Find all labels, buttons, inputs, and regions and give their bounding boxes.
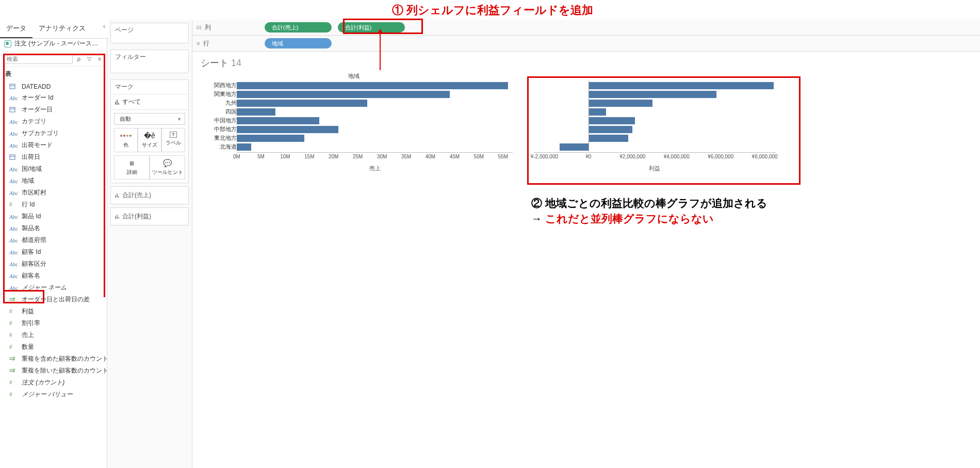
field-割引率[interactable]: #割引率 bbox=[0, 317, 107, 329]
row-pill-region[interactable]: 地域 bbox=[265, 38, 332, 49]
bar[interactable] bbox=[237, 116, 513, 125]
field-オーダー日[interactable]: オーダー日 bbox=[0, 104, 107, 116]
chart-profit[interactable]: ¥-2,000,000¥0¥2,000,000¥4,000,000¥6,000,… bbox=[533, 81, 776, 172]
field-label: 製品 Id bbox=[22, 212, 41, 221]
sheet-title[interactable]: シート 14 bbox=[192, 52, 980, 71]
field-都道府県[interactable]: Abc都道府県 bbox=[0, 234, 107, 246]
rows-icon: ≡ bbox=[197, 40, 200, 46]
mark-color-label: 色 bbox=[123, 141, 128, 149]
field-顧客区分[interactable]: Abc顧客区分 bbox=[0, 258, 107, 270]
mark-label-button[interactable]: T ラベル bbox=[161, 128, 185, 152]
columns-icon: iii bbox=[197, 24, 202, 30]
bar[interactable] bbox=[533, 81, 776, 90]
mark-detail-label: 詳細 bbox=[127, 169, 137, 176]
field-地域[interactable]: Abc地域 bbox=[0, 175, 107, 187]
bar[interactable] bbox=[533, 90, 776, 99]
tab-data[interactable]: データ bbox=[0, 20, 32, 38]
sheet-title-number: 14 bbox=[231, 58, 241, 68]
bar[interactable] bbox=[533, 99, 776, 107]
field-DATEADD[interactable]: DATEADD bbox=[0, 82, 107, 92]
zero-line bbox=[589, 81, 589, 151]
x-axis-title-sales: 売上 bbox=[237, 165, 513, 172]
column-pill-sales[interactable]: 合計(売上) bbox=[265, 22, 332, 33]
detail-icon: ⊞ bbox=[129, 159, 134, 167]
field-label: 地域 bbox=[22, 176, 34, 185]
hashcalc-icon: =# bbox=[9, 368, 19, 374]
chart-sales[interactable]: 0M5M10M15M20M25M30M35M40M45M50M55M 売上 bbox=[237, 81, 513, 172]
columns-shelf[interactable]: iii列 合計(売上) 合計(利益) bbox=[192, 20, 980, 36]
field-label: 重複を除いた顧客数のカウント bbox=[22, 366, 107, 375]
tab-analytics[interactable]: アナリティクス bbox=[32, 20, 92, 38]
y-label: 中国地方 bbox=[201, 116, 237, 125]
mark-color-button[interactable]: 色 bbox=[114, 128, 138, 152]
bar[interactable] bbox=[237, 99, 513, 107]
mark-type-select[interactable]: 自動 ▼ bbox=[114, 113, 185, 125]
marks-all-row[interactable]: すべて bbox=[111, 94, 188, 110]
field-label: オーダー日と出荷日の差 bbox=[22, 295, 90, 304]
field-オーダー-Id[interactable]: Abcオーダー Id bbox=[0, 92, 107, 104]
field-数量[interactable]: #数量 bbox=[0, 341, 107, 353]
field-顧客名[interactable]: Abc顧客名 bbox=[0, 270, 107, 282]
bar[interactable] bbox=[533, 107, 776, 116]
rows-shelf[interactable]: ≡行 地域 bbox=[192, 36, 980, 52]
field-カテゴリ[interactable]: Abcカテゴリ bbox=[0, 116, 107, 127]
field-製品-Id[interactable]: Abc製品 Id bbox=[0, 211, 107, 222]
fields-menu-icon[interactable]: ≡ bbox=[95, 55, 104, 63]
bar[interactable] bbox=[533, 134, 776, 142]
field-サブカテゴリ[interactable]: Abcサブカテゴリ bbox=[0, 127, 107, 139]
field-重複を含めた顧客数のカウント[interactable]: =#重複を含めた顧客数のカウント bbox=[0, 353, 107, 365]
field-利益[interactable]: #利益 bbox=[0, 305, 107, 317]
bar[interactable] bbox=[533, 116, 776, 125]
tick: ¥0 bbox=[585, 154, 591, 159]
bar[interactable] bbox=[237, 134, 513, 142]
y-label: 四国 bbox=[201, 107, 237, 116]
bar[interactable] bbox=[533, 125, 776, 134]
mark-tooltip-button[interactable]: 💬 ツールヒント bbox=[150, 155, 185, 180]
filter-icon[interactable]: ▽ bbox=[85, 55, 93, 63]
x-axis-profit: ¥-2,000,000¥0¥2,000,000¥4,000,000¥6,000,… bbox=[533, 152, 776, 163]
field-売上[interactable]: #売上 bbox=[0, 329, 107, 341]
bar[interactable] bbox=[237, 107, 513, 116]
field-市区町村[interactable]: Abc市区町村 bbox=[0, 187, 107, 199]
field-注文-(カウント)[interactable]: #注文 (カウント) bbox=[0, 377, 107, 389]
search-input[interactable] bbox=[3, 54, 73, 64]
marks-agg-sales[interactable]: 合計(売上) bbox=[110, 186, 189, 204]
abc-icon: Abc bbox=[9, 178, 19, 184]
field-製品名[interactable]: Abc製品名 bbox=[0, 222, 107, 234]
field-顧客-Id[interactable]: Abc顧客 Id bbox=[0, 246, 107, 258]
field-メジャー-バリュー[interactable]: #メジャー バリュー bbox=[0, 389, 107, 400]
bar[interactable] bbox=[237, 81, 513, 90]
mark-detail-button[interactable]: ⊞ 詳細 bbox=[114, 155, 150, 180]
field-出荷モード[interactable]: Abc出荷モード bbox=[0, 139, 107, 151]
field-label: 市区町村 bbox=[22, 188, 46, 197]
datasource-name: 注文 (サンプル - スーパース… bbox=[14, 39, 98, 48]
field-label: 製品名 bbox=[22, 224, 40, 233]
tick: 0M bbox=[233, 154, 240, 159]
field-オーダー日と出荷日の差[interactable]: =#オーダー日と出荷日の差 bbox=[0, 294, 107, 305]
tick: 35M bbox=[401, 154, 411, 159]
y-axis-labels: 関西地方関東地方九州四国中国地方中部地方東北地方北海道 bbox=[201, 81, 237, 151]
marks-agg-profit[interactable]: 合計(利益) bbox=[110, 207, 189, 225]
collapse-sidebar-button[interactable]: ‹ bbox=[100, 20, 108, 38]
y-label: 東北地方 bbox=[201, 134, 237, 142]
svg-rect-4 bbox=[10, 155, 15, 159]
bar[interactable] bbox=[237, 90, 513, 99]
field-行-Id[interactable]: #行 Id bbox=[0, 199, 107, 211]
mark-size-button[interactable]: �ê サイズ bbox=[138, 128, 161, 152]
field-出荷日[interactable]: 出荷日 bbox=[0, 151, 107, 163]
hash-icon: # bbox=[9, 202, 19, 207]
field-国/地域[interactable]: Abc国/地域 bbox=[0, 163, 107, 175]
field-重複を除いた顧客数のカウント[interactable]: =#重複を除いた顧客数のカウント bbox=[0, 365, 107, 377]
mark-tooltip-label: ツールヒント bbox=[152, 169, 183, 176]
bar[interactable] bbox=[237, 142, 513, 151]
search-submit-icon[interactable]: ρ bbox=[75, 55, 83, 63]
field-メジャー-ネーム[interactable]: Abcメジャー ネーム bbox=[0, 282, 107, 294]
pages-card[interactable]: ページ bbox=[110, 23, 189, 43]
abc-icon: Abc bbox=[9, 95, 19, 101]
bar[interactable] bbox=[237, 125, 513, 134]
abc-icon: Abc bbox=[9, 142, 19, 149]
mark-type-label: 自動 bbox=[120, 115, 131, 123]
chart-header-region: 地域 bbox=[201, 71, 477, 81]
filters-card[interactable]: フィルター bbox=[110, 50, 189, 73]
bar[interactable] bbox=[533, 142, 776, 151]
